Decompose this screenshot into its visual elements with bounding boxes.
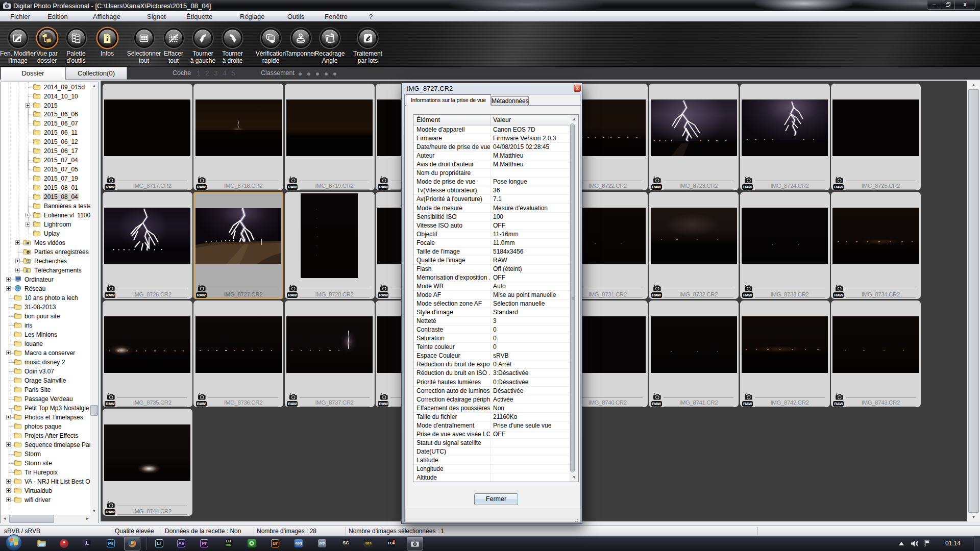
svg-text:i: i bbox=[106, 35, 108, 42]
